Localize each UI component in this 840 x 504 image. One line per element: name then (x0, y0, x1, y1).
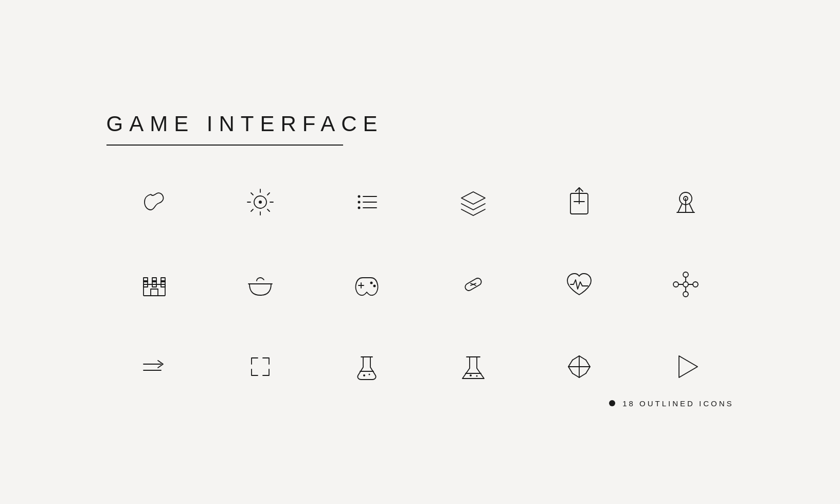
flask-icon (319, 341, 415, 392)
svg-point-46 (683, 272, 688, 277)
svg-point-56 (363, 374, 365, 376)
heart-pulse-icon (531, 259, 628, 310)
compress-icon (531, 341, 628, 392)
svg-point-43 (683, 282, 688, 287)
svg-point-45 (693, 282, 698, 287)
svg-point-44 (673, 282, 678, 287)
svg-rect-26 (144, 284, 165, 296)
footer-dot (609, 400, 615, 406)
svg-line-8 (251, 209, 253, 211)
svg-point-39 (373, 284, 376, 287)
icons-grid (106, 176, 734, 392)
svg-point-12 (358, 201, 361, 203)
stomach-icon (106, 176, 203, 228)
svg-point-60 (470, 374, 472, 376)
svg-line-7 (267, 193, 270, 195)
play-icon (638, 341, 734, 392)
page-title: GAME INTERFACE (106, 112, 734, 136)
svg-point-47 (683, 292, 688, 297)
network-icon (638, 259, 734, 310)
svg-marker-16 (461, 192, 485, 204)
svg-point-61 (476, 375, 477, 376)
svg-marker-64 (679, 356, 698, 377)
bandaid-icon (425, 259, 522, 310)
svg-line-22 (689, 204, 693, 212)
svg-line-9 (267, 209, 270, 211)
main-container: GAME INTERFACE (86, 81, 755, 423)
svg-point-38 (370, 281, 373, 284)
beaker-icon (425, 341, 522, 392)
title-underline (106, 145, 343, 146)
forward-list-icon (106, 341, 203, 392)
svg-point-14 (358, 206, 361, 209)
title-section: GAME INTERFACE (106, 112, 734, 146)
layers-icon (425, 176, 522, 228)
crosshair-icon (212, 176, 309, 228)
svg-rect-33 (151, 289, 158, 296)
share-icon (531, 176, 628, 228)
gamepad-icon (319, 259, 415, 310)
footer-badge-text: 18 OUTLINED ICONS (622, 399, 734, 408)
fullscreen-icon (212, 341, 309, 392)
svg-point-10 (358, 195, 361, 197)
menu-list-icon (319, 176, 415, 228)
pin-icon (638, 176, 734, 228)
svg-line-21 (678, 204, 682, 212)
castle-icon (106, 259, 203, 310)
svg-point-1 (259, 201, 262, 204)
footer-badge: 18 OUTLINED ICONS (609, 399, 734, 408)
bowl-icon (212, 259, 309, 310)
svg-line-6 (251, 193, 253, 195)
svg-point-57 (369, 373, 370, 375)
